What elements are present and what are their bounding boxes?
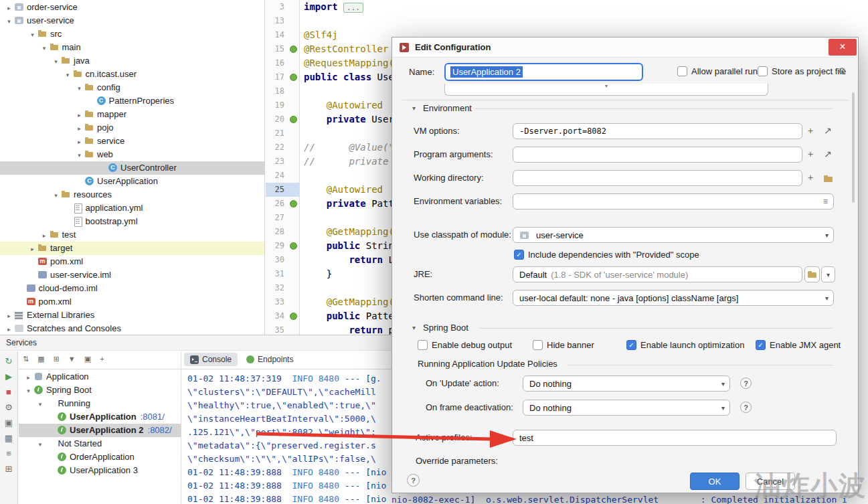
spring-bean-icon[interactable] xyxy=(287,309,300,323)
on-update-action-select[interactable]: Do nothing ▾ xyxy=(523,375,730,392)
tree-item-pom-xml[interactable]: pom.xml xyxy=(0,295,264,309)
ok-button[interactable]: OK xyxy=(690,473,740,490)
chevron-icon[interactable]: ▾ xyxy=(35,398,46,411)
enable-jmx-agent-checkbox[interactable]: ✓Enable JMX agent xyxy=(756,340,841,350)
enable-debug-output-checkbox[interactable]: Enable debug output xyxy=(418,340,512,350)
tree-item-bootstrap-yml[interactable]: bootstrap.yml xyxy=(0,215,264,228)
active-profiles-input[interactable]: test xyxy=(513,430,837,446)
tree-item-userapplication[interactable]: UserApplication xyxy=(0,175,264,188)
group-icon[interactable]: ▦ xyxy=(37,355,44,363)
chevron-icon[interactable]: ▸ xyxy=(74,108,84,122)
chevron-icon[interactable]: ▸ xyxy=(27,242,37,256)
tree-item-external-libraries[interactable]: ▸External Libraries xyxy=(0,309,264,322)
close-icon[interactable]: × xyxy=(829,39,857,56)
chevron-icon[interactable]: ▾ xyxy=(39,41,50,55)
spring-bean-icon[interactable] xyxy=(287,197,300,211)
chevron-icon[interactable]: ▸ xyxy=(23,371,33,384)
tree-item-orderapplication[interactable]: OrderApplication xyxy=(19,450,181,464)
expand-icon[interactable]: ↗ xyxy=(824,126,832,135)
filter-icon[interactable]: ▼ xyxy=(68,355,76,363)
run-icon[interactable]: ▶ xyxy=(5,372,12,381)
add-icon[interactable]: + xyxy=(808,149,813,159)
tree-item-main[interactable]: ▾main xyxy=(0,41,264,54)
port-link[interactable]: :8082/ xyxy=(148,425,172,435)
store-as-project-file-checkbox[interactable]: Store as project file xyxy=(758,66,846,76)
tree-item-mapper[interactable]: ▸mapper xyxy=(0,108,264,121)
vm-options-input[interactable]: -Dserver.port=8082 xyxy=(513,123,802,139)
collapse-spring-boot-icon[interactable]: ▾ xyxy=(412,324,416,331)
tree-item-user-service-iml[interactable]: user-service.iml xyxy=(0,268,264,282)
browse-folder-icon[interactable] xyxy=(824,175,833,183)
view-options-icon[interactable]: ⊞ xyxy=(54,355,60,363)
jre-browse-button[interactable] xyxy=(804,266,820,282)
enable-launch-optimization-checkbox[interactable]: ✓Enable launch optimization xyxy=(626,340,744,350)
chevron-icon[interactable]: ▾ xyxy=(35,438,46,451)
tree-item-pom-xml[interactable]: pom.xml xyxy=(0,255,264,268)
add-icon[interactable]: + xyxy=(808,126,813,135)
spring-bean-icon[interactable] xyxy=(287,70,300,84)
jre-dropdown-button[interactable]: ▾ xyxy=(821,266,835,282)
jre-select[interactable]: Default (1.8 - SDK of 'user-service' mod… xyxy=(513,266,802,282)
program-arguments-input[interactable] xyxy=(513,147,802,163)
thread-dump-icon[interactable]: ▣ xyxy=(5,418,13,427)
tab-endpoints[interactable]: Endpoints xyxy=(240,353,299,366)
allow-parallel-run-checkbox[interactable]: Allow parallel run xyxy=(677,66,758,76)
chevron-icon[interactable]: ▾ xyxy=(51,189,61,202)
tree-item-service[interactable]: ▸service xyxy=(0,135,264,148)
provided-scope-checkbox[interactable]: ✓Include dependencies with "Provided" sc… xyxy=(514,250,699,260)
tree-item-patternproperies[interactable]: PatternProperies xyxy=(0,94,264,108)
tree-item-order-service[interactable]: ▸order-service xyxy=(0,1,264,14)
browse-variables-icon[interactable]: ≡ xyxy=(823,197,828,206)
help-icon[interactable]: ? xyxy=(740,402,752,413)
chevron-icon[interactable]: ▾ xyxy=(23,384,33,398)
help-button[interactable]: ? xyxy=(407,474,420,487)
tree-item-application-yml[interactable]: application.yml xyxy=(0,201,264,215)
tree-item-running[interactable]: ▾Running xyxy=(19,397,181,410)
add-icon[interactable]: + xyxy=(808,173,813,182)
tab-console[interactable]: Console xyxy=(184,353,238,366)
add-service-icon[interactable]: + xyxy=(100,355,104,363)
port-link[interactable]: :8081/ xyxy=(141,412,165,422)
tree-item-user-service[interactable]: ▾user-service xyxy=(0,14,264,27)
spring-bean-icon[interactable] xyxy=(287,42,300,56)
grid-icon[interactable]: ⊞ xyxy=(5,465,13,473)
tree-item-java[interactable]: ▾java xyxy=(0,54,264,68)
settings-icon[interactable]: ⚙ xyxy=(5,403,13,412)
tree-item-userapplication-3[interactable]: UserApplication 3 xyxy=(19,464,181,477)
gear-icon[interactable]: ⚙ xyxy=(838,66,847,76)
tree-item-not-started[interactable]: ▾Not Started xyxy=(19,437,181,450)
help-icon[interactable]: ? xyxy=(740,377,752,389)
chevron-icon[interactable]: ▾ xyxy=(74,149,84,162)
tree-item-usercontroller[interactable]: UserController xyxy=(0,161,264,175)
spring-bean-icon[interactable] xyxy=(287,112,300,127)
chevron-icon[interactable]: ▾ xyxy=(4,15,14,28)
tree-item-config[interactable]: ▾config xyxy=(0,81,264,94)
chevron-icon[interactable]: ▾ xyxy=(27,28,37,41)
hide-banner-checkbox[interactable]: Hide banner xyxy=(533,340,594,350)
options-icon[interactable]: ≡ xyxy=(6,449,11,458)
dialog-titlebar[interactable]: Edit Configuration × xyxy=(392,37,858,58)
tree-item-pojo[interactable]: ▸pojo xyxy=(0,121,264,135)
tree-item-cn-itcast-user[interactable]: ▾cn.itcast.user xyxy=(0,68,264,81)
tree-item-target[interactable]: ▸target xyxy=(0,242,264,255)
environment-variables-input[interactable]: ≡ xyxy=(513,193,834,209)
tree-item-scratches-and-consoles[interactable]: ▸Scratches and Consoles xyxy=(0,322,264,335)
tree-item-test[interactable]: ▸test xyxy=(0,228,264,242)
collapse-environment-icon[interactable]: ▾ xyxy=(412,104,416,112)
chevron-icon[interactable]: ▸ xyxy=(74,122,84,135)
layout-icon[interactable]: ▣ xyxy=(84,355,91,363)
tree-item-src[interactable]: ▾src xyxy=(0,27,264,41)
console-output[interactable]: 01-02 11:48:37:319 INFO 8480 --- [g.\"cl… xyxy=(181,370,392,504)
tree-item-spring-boot[interactable]: ▾Spring Boot xyxy=(19,384,181,397)
chevron-icon[interactable]: ▸ xyxy=(4,1,14,15)
tree-item-userapplication-2[interactable]: UserApplication 2:8082/ xyxy=(19,424,181,437)
chevron-icon[interactable]: ▾ xyxy=(51,55,61,68)
rerun-icon[interactable]: ↻ xyxy=(5,357,13,365)
tree-item-cloud-demo-iml[interactable]: cloud-demo.iml xyxy=(0,282,264,295)
chevron-icon[interactable]: ▾ xyxy=(74,82,84,95)
tree-item-resources[interactable]: ▾resources xyxy=(0,188,264,201)
layout-icon[interactable]: ▦ xyxy=(5,434,13,442)
expand-all-icon[interactable]: ⇅ xyxy=(23,355,29,363)
chevron-icon[interactable]: ▸ xyxy=(4,309,14,323)
chevron-icon[interactable]: ▸ xyxy=(74,135,84,149)
